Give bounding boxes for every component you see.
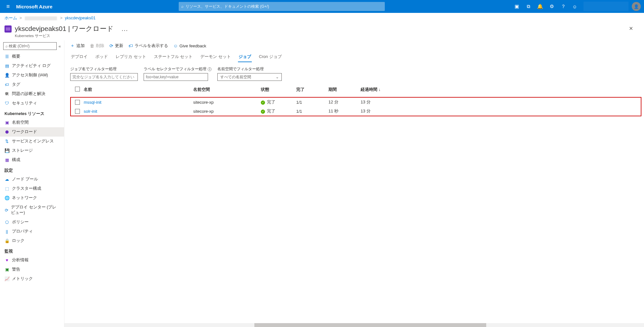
user-info[interactable] (583, 2, 629, 11)
tab-ジョブ[interactable]: ジョブ (238, 52, 252, 62)
nav-icon: 🔒 (5, 238, 9, 243)
header-name[interactable]: 名前 (84, 87, 193, 92)
cell-complete: 1/1 (296, 109, 328, 114)
header-elapsed[interactable]: 経過時間 ↓ (361, 87, 409, 92)
search-icon: ⌕ (5, 44, 8, 48)
nav-section-title: 監視 (0, 245, 64, 255)
sidebar-item-ノード プール[interactable]: ☁ノード プール (0, 175, 64, 184)
sidebar-item-ストレージ[interactable]: 💾ストレージ (0, 146, 64, 155)
filter-jobname-label: ジョブ名でフィルター処理 (70, 66, 138, 72)
sidebar-item-概要[interactable]: ☰概要 (0, 52, 64, 61)
nav-label: クラスター構成 (12, 186, 41, 191)
chevron-down-icon: ⌄ (276, 75, 279, 79)
sidebar-item-問題の診断と解決[interactable]: 🛠問題の診断と解決 (0, 89, 64, 99)
nav-section-title: Kubernetes リソース (0, 108, 64, 118)
filter-namespace-select[interactable]: すべての名前空間 ⌄ (217, 73, 282, 81)
close-button[interactable]: ✕ (626, 24, 636, 33)
refresh-icon: ⟳ (109, 43, 113, 48)
sidebar-item-デプロイ センター (プレビュー)[interactable]: ⟳デプロイ センター (プレビュー) (0, 203, 64, 217)
sidebar-item-タグ[interactable]: 🏷タグ (0, 80, 64, 89)
nav-label: デプロイ センター (プレビュー) (11, 205, 60, 216)
page-title-more[interactable]: … (121, 25, 128, 32)
header-status[interactable]: 状態 (261, 87, 296, 92)
settings-icon[interactable]: ⚙ (549, 4, 554, 9)
nav-label: 構成 (12, 157, 20, 163)
add-button[interactable]: ＋追加 (70, 43, 85, 49)
nav-label: アクセス制御 (IAM) (12, 72, 48, 78)
sidebar-item-クラスター構成[interactable]: ⬚クラスター構成 (0, 184, 64, 193)
nav-label: 分析情報 (12, 257, 29, 263)
tab-ステートフル セット[interactable]: ステートフル セット (153, 52, 194, 62)
feedback-button[interactable]: ☺Give feedback (173, 43, 206, 48)
brand: Microsoft Azure (16, 4, 52, 9)
header-complete[interactable]: 完了 (296, 87, 328, 92)
topbar: ≡ Microsoft Azure ⌕ ▣ ⧉ 🔔 ⚙ ？ ☺ 👤 (0, 0, 644, 13)
delete-button: 🗑削除 (90, 43, 104, 49)
tab-デプロイ[interactable]: デプロイ (70, 52, 88, 62)
cloud-shell-icon[interactable]: ▣ (514, 4, 520, 9)
job-name-link[interactable]: solr-init (84, 109, 97, 114)
trash-icon: 🗑 (90, 43, 94, 48)
tab-ポッド[interactable]: ポッド (95, 52, 109, 62)
sidebar-item-分析情報[interactable]: ♥分析情報 (0, 255, 64, 265)
refresh-button[interactable]: ⟳更新 (109, 43, 123, 49)
sidebar-item-ワークロード[interactable]: ⬢ワークロード (0, 127, 64, 137)
global-search[interactable]: ⌕ (179, 2, 385, 11)
sidebar-item-セキュリティ[interactable]: 🛡セキュリティ (0, 99, 64, 108)
sidebar-item-メトリック[interactable]: 📈メトリック (0, 274, 64, 284)
breadcrumb-home[interactable]: ホーム (5, 16, 17, 20)
sidebar-item-ロック[interactable]: 🔒ロック (0, 236, 64, 245)
cell-elapsed: 13 分 (361, 108, 409, 114)
nav-label: 問題の診断と解決 (12, 91, 45, 97)
hamburger-menu[interactable]: ≡ (3, 3, 13, 10)
nav-icon: ☁ (5, 177, 9, 182)
sidebar-item-サービスとイングレス[interactable]: ⇅サービスとイングレス (0, 137, 64, 146)
feedback-icon[interactable]: ☺ (572, 4, 578, 9)
sidebar-item-アクティビティ ログ[interactable]: ▤アクティビティ ログ (0, 61, 64, 71)
header-duration[interactable]: 期間 (328, 87, 361, 92)
breadcrumb-resource[interactable]: ykscdevjpeaks01 (65, 16, 96, 20)
filter-jobname-input[interactable] (70, 73, 138, 81)
row-checkbox[interactable] (75, 100, 80, 105)
select-all-checkbox[interactable] (75, 87, 80, 91)
page-title-name: ykscdevjpeaks01 (15, 25, 66, 32)
tab-レプリカ セット[interactable]: レプリカ セット (115, 52, 147, 62)
notifications-icon[interactable]: 🔔 (537, 4, 543, 9)
info-icon[interactable]: i (208, 67, 212, 71)
sidebar-item-名前空間[interactable]: ▣名前空間 (0, 118, 64, 127)
avatar[interactable]: 👤 (632, 2, 641, 11)
breadcrumb: ホーム > > ykscdevjpeaks01 (0, 13, 644, 24)
sidebar-search[interactable]: ⌕ 検索 (Ctrl+/) (3, 42, 57, 50)
directory-switch-icon[interactable]: ⧉ (526, 4, 531, 9)
nav-label: ネットワーク (12, 195, 37, 201)
command-bar: ＋追加 🗑削除 ⟳更新 🏷ラベルを表示する ☺Give feedback (68, 40, 644, 52)
sidebar-item-プロパティ[interactable]: ||プロパティ (0, 227, 64, 236)
horizontal-scrollbar[interactable] (64, 323, 644, 327)
show-labels-button[interactable]: 🏷ラベルを表示する (128, 43, 168, 49)
sidebar-item-構成[interactable]: ▦構成 (0, 155, 64, 165)
sidebar-item-アクセス制御 (IAM)[interactable]: 👤アクセス制御 (IAM) (0, 71, 64, 80)
sidebar-item-ポリシー[interactable]: ⬡ポリシー (0, 217, 64, 227)
row-checkbox[interactable] (75, 109, 80, 114)
filter-labelselector-label: ラベル セレクターでフィルター処理i (144, 66, 212, 72)
breadcrumb-sep-1: > (19, 16, 22, 20)
sidebar-item-警告[interactable]: ▣警告 (0, 265, 64, 274)
global-search-input[interactable] (185, 4, 382, 9)
tab-Cron ジョブ[interactable]: Cron ジョブ (258, 52, 282, 62)
cell-elapsed: 13 分 (361, 99, 409, 105)
nav-icon: ☰ (5, 54, 9, 59)
sidebar-scroll[interactable]: ☰概要▤アクティビティ ログ👤アクセス制御 (IAM)🏷タグ🛠問題の診断と解決🛡… (0, 52, 64, 327)
cell-duration: 12 分 (328, 99, 361, 105)
tag-icon: 🏷 (128, 43, 133, 48)
header-namespace[interactable]: 名前空間 (193, 87, 261, 92)
job-name-link[interactable]: mssql-init (84, 100, 101, 105)
filter-labelselector-input[interactable] (144, 73, 208, 81)
tab-デーモン セット[interactable]: デーモン セット (200, 52, 232, 62)
sidebar-item-ネットワーク[interactable]: 🌐ネットワーク (0, 193, 64, 203)
help-icon[interactable]: ？ (560, 4, 566, 9)
sidebar-collapse-button[interactable]: « (59, 44, 61, 49)
nav-label: ポリシー (12, 219, 29, 225)
status-ok-icon: ✓ (261, 101, 265, 105)
nav-icon: ▦ (5, 158, 9, 162)
cell-duration: 11 秒 (328, 108, 361, 114)
